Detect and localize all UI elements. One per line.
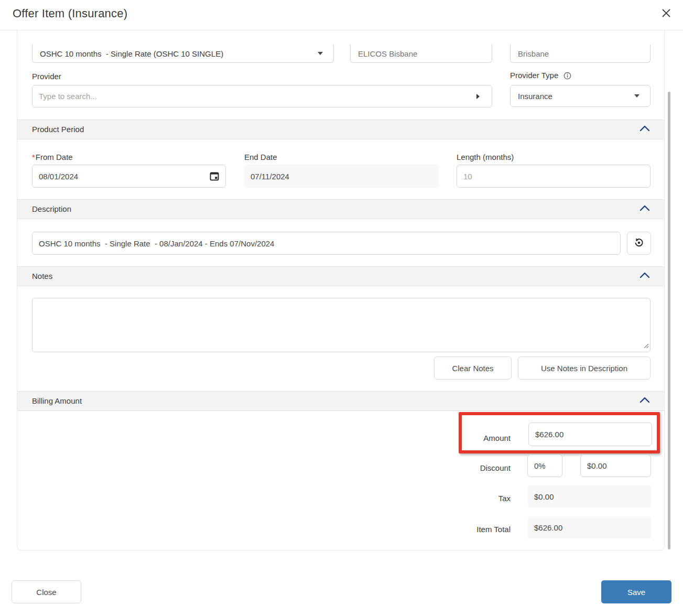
product-select-value: OSHC 10 months - Single Rate (OSHC 10 SI…: [40, 49, 223, 58]
end-date-field: 07/11/2024: [244, 165, 439, 188]
item-total-label: Item Total: [431, 525, 511, 534]
use-notes-label: Use Notes in Description: [541, 364, 627, 373]
provider-type-select[interactable]: Insurance: [510, 85, 651, 107]
modal-title: Offer Item (Insurance): [13, 7, 127, 20]
use-notes-in-description-button[interactable]: Use Notes in Description: [518, 356, 651, 380]
collapse-chevron-icon[interactable]: [639, 204, 651, 214]
end-date-label: End Date: [244, 153, 277, 162]
clear-notes-button[interactable]: Clear Notes: [434, 356, 512, 380]
campus-field[interactable]: [350, 45, 492, 63]
item-total-value: $626.00: [534, 523, 562, 532]
provider-search-input[interactable]: [32, 85, 492, 107]
close-button[interactable]: Close: [12, 580, 81, 603]
from-date-picker[interactable]: [32, 165, 226, 188]
modal-close-button[interactable]: [657, 5, 675, 23]
close-icon: [661, 8, 671, 20]
calendar-icon[interactable]: [210, 171, 219, 183]
amount-input[interactable]: [528, 423, 652, 446]
from-date-label: *From Date: [32, 153, 73, 162]
close-button-label: Close: [36, 588, 56, 597]
expand-right-icon[interactable]: [476, 94, 480, 99]
clear-notes-label: Clear Notes: [452, 364, 493, 373]
from-date-input[interactable]: [32, 165, 226, 188]
notes-textarea[interactable]: [32, 298, 651, 352]
offer-item-modal: Offer Item (Insurance) OSHC 10 months - …: [0, 0, 683, 616]
product-period-header[interactable]: Product Period: [17, 120, 664, 139]
provider-type-label: Provider Type: [510, 71, 558, 80]
tax-label: Tax: [431, 494, 511, 503]
billing-amount-header[interactable]: Billing Amount: [17, 391, 664, 411]
discount-label: Discount: [431, 463, 511, 473]
regenerate-description-button[interactable]: [627, 232, 651, 255]
billing-amount-title: Billing Amount: [32, 396, 82, 406]
length-months-label: Length (months): [457, 153, 514, 162]
product-select[interactable]: OSHC 10 months - Single Rate (OSHC 10 SI…: [32, 45, 334, 63]
chevron-down-icon: [634, 94, 639, 98]
chevron-down-icon: [318, 52, 323, 55]
resize-grip-icon[interactable]: [644, 341, 649, 351]
history-reset-icon: [634, 237, 644, 250]
description-header[interactable]: Description: [17, 199, 664, 219]
city-field[interactable]: [510, 45, 651, 63]
required-asterisk: *: [32, 153, 35, 161]
amount-label: Amount: [431, 434, 511, 443]
save-button-label: Save: [627, 588, 645, 597]
collapse-chevron-icon[interactable]: [639, 396, 651, 406]
end-date-value: 07/11/2024: [251, 172, 289, 181]
info-icon[interactable]: [563, 72, 571, 80]
notes-title: Notes: [32, 272, 52, 281]
collapse-chevron-icon[interactable]: [639, 125, 651, 134]
provider-type-value: Insurance: [518, 92, 552, 101]
vertical-scrollbar[interactable]: [668, 92, 670, 549]
save-button[interactable]: Save: [601, 580, 671, 603]
length-months-input[interactable]: [457, 165, 651, 188]
discount-amount-input[interactable]: [580, 455, 651, 477]
description-input[interactable]: [32, 232, 621, 255]
product-period-title: Product Period: [32, 125, 84, 134]
description-title: Description: [32, 204, 71, 214]
provider-search[interactable]: [32, 85, 492, 107]
tax-field: $0.00: [528, 485, 651, 507]
notes-header[interactable]: Notes: [17, 266, 664, 286]
discount-percent-input[interactable]: [527, 455, 562, 477]
collapse-chevron-icon[interactable]: [639, 272, 651, 281]
modal-body: OSHC 10 months - Single Rate (OSHC 10 SI…: [17, 30, 665, 550]
provider-label: Provider: [32, 72, 61, 81]
item-total-field: $626.00: [528, 516, 651, 538]
tax-value: $0.00: [534, 492, 554, 501]
